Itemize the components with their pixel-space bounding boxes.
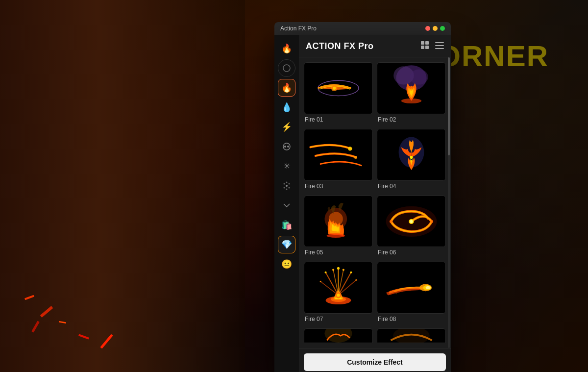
svg-point-5: [284, 183, 285, 185]
svg-point-56: [355, 279, 357, 281]
menu-icon[interactable]: [435, 41, 444, 51]
effect-cell-fire-04[interactable]: Fire 04: [377, 129, 446, 192]
grid-view-icon[interactable]: [420, 41, 429, 52]
svg-point-61: [337, 294, 340, 297]
svg-rect-11: [421, 41, 424, 45]
svg-point-51: [324, 272, 326, 273]
svg-point-55: [350, 272, 352, 273]
header-actions: [420, 41, 444, 52]
effect-cell-fire-01[interactable]: Fire 01: [304, 62, 373, 125]
main-title: ACTION FX Pro: [306, 41, 374, 51]
effect-thumb-fire-09: [304, 328, 373, 343]
effect-thumb-fire-01: [304, 62, 373, 114]
svg-point-66: [390, 291, 392, 292]
svg-point-10: [286, 189, 288, 190]
svg-point-28: [348, 147, 352, 150]
svg-point-0: [283, 65, 290, 72]
svg-point-4: [286, 185, 288, 187]
sidebar-item-face[interactable]: 😐: [278, 255, 295, 273]
svg-point-3: [287, 146, 289, 148]
svg-rect-17: [435, 48, 444, 49]
effect-cell-fire-06[interactable]: Fire 06: [377, 196, 446, 258]
svg-point-53: [337, 267, 340, 270]
svg-rect-16: [435, 45, 444, 46]
effects-grid: Fire 01: [299, 57, 451, 348]
effect-cell-fire-03[interactable]: Fire 03: [304, 129, 373, 192]
scrollbar-thumb[interactable]: [448, 57, 450, 155]
svg-rect-15: [435, 42, 444, 43]
effect-thumb-fire-03: [304, 129, 373, 181]
customize-button[interactable]: Customize Effect: [304, 353, 446, 371]
sidebar-item-smoke[interactable]: [278, 138, 295, 155]
effect-thumb-fire-07: [304, 262, 373, 314]
effect-thumb-fire-08: [377, 262, 446, 314]
maximize-button[interactable]: [440, 26, 445, 31]
svg-point-26: [401, 99, 422, 103]
svg-point-32: [410, 156, 413, 159]
svg-point-7: [284, 187, 285, 189]
effect-cell-fire-09[interactable]: [304, 328, 373, 343]
svg-point-52: [332, 269, 334, 271]
sidebar-item-more[interactable]: [278, 197, 295, 214]
panel-titlebar: Action FX Pro: [274, 22, 451, 35]
svg-point-68: [387, 294, 388, 295]
effect-label-fire-05: Fire 05: [304, 247, 373, 258]
svg-point-36: [327, 233, 345, 237]
svg-point-25: [410, 69, 428, 84]
titlebar-title: Action FX Pro: [280, 25, 317, 32]
svg-point-72: [393, 329, 430, 343]
scrollbar-track: [448, 57, 450, 348]
svg-point-57: [320, 281, 321, 282]
effect-thumb-fire-06: [377, 196, 446, 248]
sidebar-item-burst[interactable]: ✳: [278, 157, 295, 175]
svg-rect-12: [425, 41, 429, 45]
svg-point-6: [289, 183, 290, 185]
svg-point-54: [343, 269, 344, 271]
effect-thumb-fire-05: [304, 196, 373, 248]
effect-cell-fire-10[interactable]: [377, 328, 446, 343]
customize-bar: Customize Effect: [299, 348, 451, 372]
svg-point-9: [286, 182, 288, 183]
window-controls: [425, 26, 445, 31]
effect-label-fire-06: Fire 06: [377, 247, 446, 258]
svg-point-67: [395, 294, 396, 295]
sidebar-item-premium[interactable]: 💎: [278, 236, 295, 253]
effect-thumb-fire-04: [377, 129, 446, 181]
sidebar-item-brand[interactable]: 🔥: [278, 40, 295, 57]
sidebar-item-water[interactable]: 💧: [278, 99, 295, 116]
svg-point-2: [284, 146, 286, 148]
action-fx-panel: Action FX Pro 🔥 🔥 💧 ⚡ ✳: [274, 22, 451, 372]
sidebar-item-particles[interactable]: [278, 177, 295, 195]
main-header: ACTION FX Pro: [299, 35, 451, 57]
main-content: ACTION FX Pro: [299, 35, 451, 372]
effect-label-fire-04: Fire 04: [377, 181, 446, 192]
svg-point-65: [426, 286, 431, 289]
sidebar: 🔥 🔥 💧 ⚡ ✳ 🛍️ 💎 😐: [274, 35, 299, 372]
effect-label-fire-01: Fire 01: [304, 114, 373, 125]
svg-rect-14: [425, 46, 429, 49]
effect-label-fire-07: Fire 07: [304, 314, 373, 324]
sidebar-item-shop[interactable]: 🛍️: [278, 216, 295, 234]
svg-point-40: [410, 220, 413, 223]
svg-point-41: [390, 220, 392, 223]
minimize-button[interactable]: [433, 26, 438, 31]
svg-rect-27: [305, 129, 371, 180]
person-area: [0, 0, 245, 372]
effect-thumb-fire-10: [377, 328, 446, 343]
effect-label-fire-08: Fire 08: [377, 314, 446, 324]
effect-cell-fire-08[interactable]: Fire 08: [377, 262, 446, 324]
sidebar-item-fire[interactable]: 🔥: [278, 79, 295, 97]
effect-cell-fire-02[interactable]: Fire 02: [377, 62, 446, 125]
svg-point-21: [333, 87, 336, 90]
sidebar-item-circle[interactable]: [278, 59, 295, 77]
effect-cell-fire-07[interactable]: Fire 07: [304, 262, 373, 324]
svg-point-42: [430, 220, 433, 223]
effect-label-fire-03: Fire 03: [304, 181, 373, 192]
effect-thumb-fire-02: [377, 62, 446, 114]
svg-point-29: [354, 156, 357, 159]
panel-body: 🔥 🔥 💧 ⚡ ✳ 🛍️ 💎 😐 ACTION FX Pr: [274, 35, 451, 372]
sidebar-item-lightning[interactable]: ⚡: [278, 118, 295, 136]
svg-point-8: [289, 187, 290, 189]
close-button[interactable]: [425, 26, 430, 31]
effect-cell-fire-05[interactable]: Fire 05: [304, 196, 373, 258]
